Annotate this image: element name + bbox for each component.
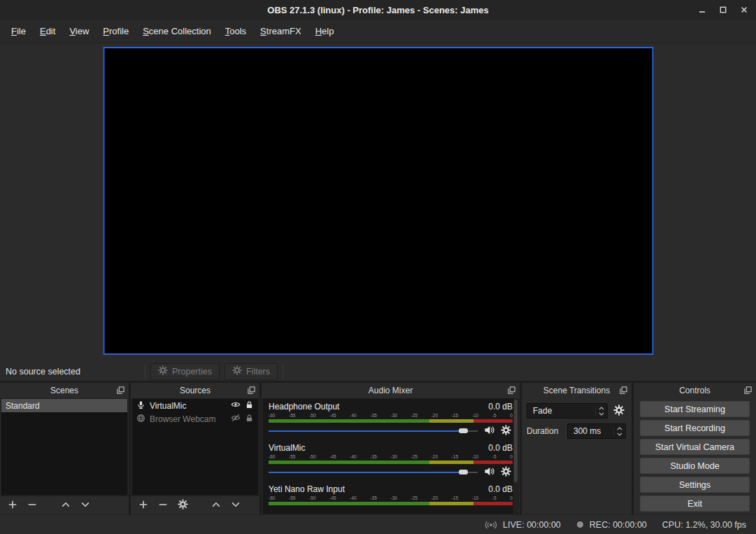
popout-icon[interactable]	[620, 386, 627, 394]
obs-window: OBS 27.1.3 (linux) - Profile: James - Sc…	[0, 0, 756, 534]
slider-handle[interactable]	[459, 428, 468, 433]
start-virtual-camera-button[interactable]: Start Virtual Camera	[640, 439, 750, 455]
controls-title: Controls	[679, 386, 711, 395]
mute-button[interactable]	[484, 466, 494, 479]
separator	[283, 365, 283, 379]
channel-settings-button[interactable]	[501, 425, 511, 437]
lock-icon	[245, 414, 254, 425]
minus-icon	[158, 500, 168, 512]
close-button[interactable]	[739, 5, 749, 15]
tick-label: -25	[411, 454, 418, 460]
start-streaming-button[interactable]: Start Streaming	[640, 401, 750, 417]
transition-value: Fade	[533, 406, 552, 416]
source-item-virtualmic[interactable]: VirtualMic	[132, 399, 258, 412]
tick-label: -45	[329, 413, 336, 419]
menu-help[interactable]: Help	[308, 20, 341, 43]
chevron-up-icon	[211, 500, 221, 512]
volume-meter	[269, 461, 513, 464]
controls-dock-header[interactable]: Controls	[634, 383, 756, 398]
slider-handle[interactable]	[459, 470, 468, 475]
tick-label: -30	[390, 413, 397, 419]
add-scene-button[interactable]	[5, 498, 20, 512]
menu-bar: File Edit View Profile Scene Collection …	[0, 20, 756, 43]
chevron-up-icon	[617, 427, 622, 430]
no-source-label: No source selected	[6, 367, 140, 377]
sources-dock-header[interactable]: Sources	[131, 383, 259, 398]
minimize-button[interactable]	[697, 5, 707, 15]
menu-view[interactable]: View	[62, 20, 96, 43]
duration-input[interactable]: 300 ms	[567, 423, 626, 439]
start-recording-button[interactable]: Start Recording	[640, 420, 750, 436]
transitions-dock-header[interactable]: Scene Transitions	[522, 383, 632, 398]
duration-label: Duration	[527, 426, 564, 436]
transition-properties-button[interactable]	[611, 403, 627, 419]
add-source-button[interactable]	[136, 498, 151, 512]
volume-slider[interactable]	[269, 468, 478, 477]
tick-label: -25	[411, 413, 418, 419]
remove-source-button[interactable]	[155, 498, 171, 512]
speaker-icon	[484, 425, 494, 437]
channel-name: Yeti Nano Raw Input	[269, 484, 345, 494]
source-item-browser-webcam[interactable]: Browser Webcam	[132, 412, 258, 426]
duration-arrows[interactable]	[613, 427, 622, 436]
scene-transitions-dock: Scene Transitions Fade	[522, 383, 632, 514]
visibility-toggle[interactable]	[231, 400, 241, 412]
tick-label: -40	[350, 496, 356, 501]
tick-label: -40	[350, 454, 356, 460]
menu-scene-collection[interactable]: Scene Collection	[136, 20, 218, 43]
move-source-up-button[interactable]	[208, 498, 224, 512]
studio-mode-button[interactable]: Studio Mode	[640, 458, 750, 474]
eye-slash-icon	[231, 413, 241, 425]
program-canvas[interactable]	[103, 47, 653, 355]
channel-settings-button[interactable]	[501, 466, 511, 479]
maximize-button[interactable]	[718, 5, 728, 15]
transitions-panel: Fade Duration 300 ms	[522, 398, 631, 514]
scene-item-standard[interactable]: Standard	[1, 399, 127, 412]
popout-icon[interactable]	[744, 386, 752, 394]
sources-toolbar	[131, 496, 259, 514]
popout-icon[interactable]	[117, 386, 124, 394]
tick-label: -15	[452, 454, 458, 460]
exit-button[interactable]: Exit	[640, 496, 750, 512]
source-properties-button[interactable]	[175, 498, 190, 512]
filters-icon	[232, 365, 242, 377]
lock-toggle[interactable]	[245, 400, 254, 412]
meter-scale: -60-55-50-45-40-35-30-25-20-15-10-50	[269, 496, 513, 501]
move-scene-down-button[interactable]	[78, 498, 93, 512]
source-label: VirtualMic	[150, 401, 186, 411]
properties-button[interactable]: Properties	[150, 363, 220, 380]
move-source-down-button[interactable]	[228, 498, 243, 512]
lock-toggle[interactable]	[245, 414, 254, 425]
popout-icon[interactable]	[508, 386, 515, 394]
menu-file[interactable]: File	[4, 20, 33, 43]
volume-slider[interactable]	[269, 426, 478, 436]
titlebar[interactable]: OBS 27.1.3 (linux) - Profile: James - Sc…	[0, 0, 756, 20]
tick-label: -45	[329, 496, 336, 501]
visibility-toggle[interactable]	[231, 413, 241, 425]
move-scene-up-button[interactable]	[58, 498, 73, 512]
menu-edit[interactable]: Edit	[33, 20, 62, 43]
gear-icon	[501, 466, 511, 479]
scenes-toolbar	[0, 496, 129, 514]
mixer-scrollbar[interactable]	[513, 399, 518, 514]
mixer-dock-header[interactable]: Audio Mixer	[262, 383, 520, 398]
channel-name: VirtualMic	[269, 443, 305, 453]
minus-icon	[27, 500, 37, 512]
audio-mixer-dock: Audio Mixer Headphone Output 0.0 dB -60-…	[262, 383, 520, 514]
volume-meter	[269, 502, 513, 505]
menu-streamfx[interactable]: StreamFX	[253, 20, 308, 43]
scenes-dock-header[interactable]: Scenes	[0, 383, 129, 398]
plus-icon	[8, 500, 17, 512]
settings-button[interactable]: Settings	[640, 477, 750, 493]
meter-scale: -60-55-50-45-40-35-30-25-20-15-10-50	[269, 454, 513, 460]
transition-select[interactable]: Fade	[527, 403, 608, 419]
tick-label: -55	[289, 454, 295, 460]
filters-button[interactable]: Filters	[224, 363, 278, 380]
menu-tools[interactable]: Tools	[218, 20, 253, 43]
mute-button[interactable]	[484, 425, 494, 437]
popout-icon[interactable]	[248, 386, 255, 394]
menu-profile[interactable]: Profile	[96, 20, 136, 43]
controls-dock: Controls Start Streaming Start Recording…	[634, 383, 756, 514]
select-arrows[interactable]	[595, 407, 604, 416]
remove-scene-button[interactable]	[24, 498, 40, 512]
